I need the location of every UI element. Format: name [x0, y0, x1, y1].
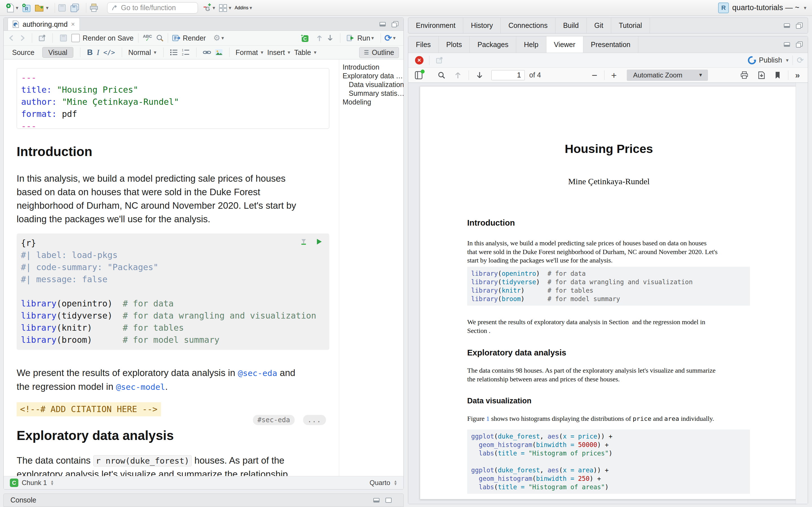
- save-icon-disabled[interactable]: [59, 34, 67, 42]
- pdf-zoom-out-button[interactable]: −: [592, 70, 598, 80]
- pane-tab-history[interactable]: History: [463, 18, 501, 33]
- workspace-panes-button[interactable]: ▾: [218, 4, 231, 12]
- popout-icon[interactable]: [38, 34, 46, 42]
- minimize-pane-icon[interactable]: [783, 41, 791, 48]
- pane-tab-build[interactable]: Build: [555, 18, 587, 33]
- save-button-disabled[interactable]: [58, 4, 66, 12]
- render-on-save-checkbox[interactable]: [71, 34, 80, 42]
- chunk-indicator[interactable]: Chunk 1: [22, 479, 47, 487]
- pane-tab-git[interactable]: Git: [587, 18, 611, 33]
- version-control-caret[interactable]: ▾: [213, 5, 215, 10]
- run-button[interactable]: Run ▾: [347, 34, 374, 42]
- doc-type-arrows[interactable]: ▲▼: [394, 480, 397, 486]
- pdf-zoom-select[interactable]: Automatic Zoom ▼: [627, 69, 708, 81]
- find-replace-icon[interactable]: [156, 34, 164, 42]
- code-format-button[interactable]: </>: [103, 49, 115, 56]
- visual-mode-button[interactable]: Visual: [42, 47, 73, 58]
- run-chunk-icon[interactable]: [316, 238, 322, 245]
- publish-button[interactable]: Publish ▾: [748, 56, 789, 64]
- console-pane-header[interactable]: Console: [3, 494, 404, 507]
- pdf-print-icon[interactable]: [740, 71, 749, 79]
- pdf-scrollbar[interactable]: [796, 83, 808, 504]
- pdf-bookmark-icon[interactable]: [774, 71, 781, 79]
- yaml-front-matter[interactable]: ---title: "Housing Prices"author: "Mine …: [17, 68, 329, 129]
- outline-item[interactable]: Exploratory data …: [339, 71, 403, 80]
- chunk-options-icon[interactable]: [300, 238, 307, 245]
- pane-tab-presentation[interactable]: Presentation: [583, 36, 638, 53]
- maximize-pane-icon[interactable]: [795, 41, 803, 48]
- paragraph-style-select[interactable]: Normal▾: [128, 48, 156, 57]
- pdf-prev-page-icon-disabled[interactable]: [455, 71, 461, 79]
- open-file-button[interactable]: ▾: [35, 3, 49, 12]
- pane-tab-connections[interactable]: Connections: [501, 18, 555, 33]
- pane-tab-help[interactable]: Help: [516, 36, 546, 53]
- link-icon[interactable]: [203, 49, 211, 56]
- pdf-viewport[interactable]: Housing Prices Mine Çetinkaya-Rundel Int…: [408, 83, 808, 504]
- minimize-pane-icon[interactable]: [373, 497, 380, 503]
- pane-tab-packages[interactable]: Packages: [470, 36, 516, 53]
- minimize-pane-icon[interactable]: [783, 22, 791, 29]
- pdf-search-icon[interactable]: [438, 71, 446, 79]
- pane-tab-files[interactable]: Files: [408, 36, 439, 53]
- panes-caret[interactable]: ▾: [229, 5, 231, 10]
- project-menu[interactable]: R quarto-tutorials — ~ ▾: [718, 3, 806, 13]
- source-mode-button[interactable]: Source: [8, 48, 38, 57]
- pane-tab-tutorial[interactable]: Tutorial: [611, 18, 650, 33]
- insert-chunk-button[interactable]: C: [300, 34, 309, 43]
- outline-item[interactable]: Introduction: [339, 63, 403, 71]
- minimize-pane-icon[interactable]: [379, 21, 387, 27]
- section-options-button[interactable]: ...: [303, 415, 326, 425]
- outline-item[interactable]: Modeling: [339, 98, 403, 107]
- outline-item[interactable]: Data visualization: [339, 80, 403, 89]
- addins-button[interactable]: Addins ▾: [235, 5, 252, 10]
- new-project-button[interactable]: R: [22, 3, 31, 13]
- maximize-pane-icon[interactable]: [391, 21, 399, 27]
- numbered-list-icon[interactable]: 12: [182, 49, 190, 56]
- pdf-more-tools-button[interactable]: »: [795, 70, 800, 80]
- goto-file-search[interactable]: Go to file/function: [107, 2, 198, 13]
- refresh-icon-disabled[interactable]: ⟳: [797, 56, 804, 64]
- maximize-pane-icon[interactable]: [385, 497, 392, 503]
- pane-tab-environment[interactable]: Environment: [408, 18, 463, 33]
- pdf-zoom-in-button[interactable]: +: [611, 70, 617, 80]
- print-button[interactable]: [89, 3, 99, 12]
- tab-close-icon[interactable]: ×: [71, 20, 75, 28]
- run-next-icon[interactable]: [326, 34, 334, 42]
- back-icon[interactable]: [8, 34, 15, 42]
- clear-viewer-button[interactable]: ×: [415, 56, 423, 64]
- run-previous-icon[interactable]: [316, 34, 323, 42]
- image-icon[interactable]: [214, 49, 223, 56]
- pdf-download-icon[interactable]: [758, 71, 765, 79]
- viewer-popout-icon-disabled[interactable]: [436, 57, 444, 64]
- bold-button[interactable]: B: [87, 48, 93, 57]
- doc-type-label[interactable]: Quarto: [370, 479, 390, 487]
- format-menu[interactable]: Format▾: [236, 48, 263, 57]
- chunk-nav-arrows[interactable]: ▲▼: [50, 480, 54, 486]
- pane-tab-plots[interactable]: Plots: [439, 36, 470, 53]
- section-id-badge[interactable]: #sec-eda: [253, 415, 295, 425]
- pdf-page-input[interactable]: [492, 70, 525, 80]
- render-button[interactable]: Render: [172, 34, 206, 42]
- save-all-button[interactable]: [70, 3, 80, 12]
- table-menu[interactable]: Table▾: [294, 48, 316, 57]
- render-settings-button[interactable]: ⚙ ▾: [213, 34, 224, 42]
- new-file-button[interactable]: ▾: [6, 3, 18, 13]
- bullet-list-icon[interactable]: [170, 49, 178, 56]
- visual-editor-canvas[interactable]: ---title: "Housing Prices"author: "Mine …: [4, 59, 339, 476]
- pdf-next-page-icon[interactable]: [476, 71, 483, 79]
- outline-toggle-button[interactable]: ☰ Outline: [359, 47, 399, 58]
- spellcheck-icon[interactable]: ABC✓: [143, 35, 152, 41]
- tab-authoring-qmd[interactable]: authoring.qmd ×: [8, 18, 80, 31]
- outline-item[interactable]: Summary statis…: [339, 89, 403, 98]
- forward-icon[interactable]: [18, 34, 26, 42]
- new-file-caret[interactable]: ▾: [16, 5, 18, 10]
- pdf-sidebar-toggle[interactable]: [414, 71, 423, 80]
- r-code-chunk[interactable]: {r}#| label: load-pkgs#| code-summary: "…: [17, 233, 329, 350]
- version-control-button[interactable]: G ▾: [203, 3, 215, 13]
- pane-tab-viewer[interactable]: Viewer: [546, 36, 583, 53]
- open-file-caret[interactable]: ▾: [46, 5, 49, 10]
- maximize-pane-icon[interactable]: [795, 22, 803, 29]
- insert-menu[interactable]: Insert▾: [267, 48, 290, 57]
- italic-button[interactable]: I: [97, 48, 99, 57]
- rerun-button[interactable]: ⟳ ▾: [384, 34, 396, 43]
